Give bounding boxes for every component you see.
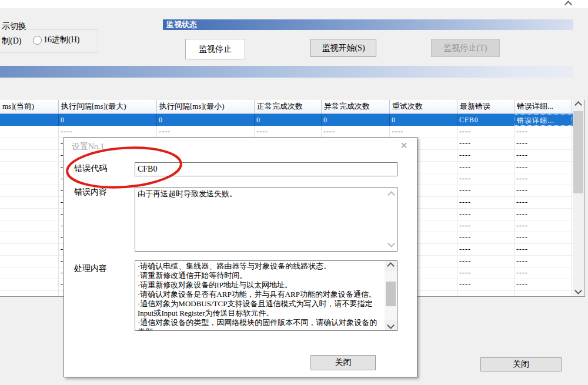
table-cell: ---- [514,256,572,267]
table-vertical-scrollbar[interactable] [573,100,584,296]
collapse-chevron-icon[interactable] [564,1,572,8]
table-cell: ---- [514,291,572,297]
table-cell: ---- [457,279,514,290]
table-cell: ---- [514,244,572,255]
radio-circle-icon[interactable] [33,36,42,45]
table-cell: ---- [0,162,59,173]
chevron-down-icon [574,287,582,294]
monitor-status-header: 监视状态 [163,19,573,30]
table-cell: ---- [157,126,255,138]
section-divider-band [0,66,573,78]
table-cell: ---- [59,126,157,138]
table-cell: ---- [0,138,59,149]
column-header[interactable]: 重试次数 [390,100,457,113]
chevron-down-icon[interactable] [387,240,395,247]
display-switch-label: 示切换 [0,21,28,32]
dialog-close-button[interactable]: 关闭 [310,355,376,370]
table-cell: ---- [457,185,514,196]
radio-hex[interactable]: 16进制(H) [33,35,79,45]
radio-hex-label: 16进制(H) [44,35,79,45]
column-header[interactable]: 异常完成次数 [322,100,390,113]
dialog-title: 设置No.1 [72,142,105,152]
action-item-text: ·请重新修改对象设备的IP地址与以太网地址。 [138,280,383,290]
table-cell: ---- [457,126,514,138]
table-cell: ---- [0,126,59,138]
table-cell: ---- [457,267,514,279]
error-code-label: 错误代码 [74,163,107,174]
table-cell: 0 [59,114,157,126]
column-header[interactable]: 错误详细... [514,100,572,113]
table-cell: CFB0 [457,114,514,126]
monitor-stop-button[interactable]: 监视停止(T) [431,39,500,57]
column-header[interactable]: 执行间隔[ms](最大) [59,100,157,113]
table-cell: ---- [457,138,514,149]
action-textarea-scrollbar[interactable] [385,261,397,330]
scroll-down-button[interactable] [385,320,397,330]
table-cell: ---- [514,126,572,138]
setting-dialog: 设置No.1 × 错误代码 CFB0 错误内容 由于再送超时导致发送失败。 处理… [64,137,417,377]
table-cell: ---- [457,232,514,243]
table-cell: ---- [0,150,59,161]
table-cell: ---- [514,173,572,185]
action-item-text: ·请重新修改通信开始等待时间。 [138,271,383,280]
table-cell: ---- [0,267,59,279]
table-cell: ---- [514,220,572,232]
error-content-textarea[interactable]: 由于再送超时导致发送失败。 [135,187,397,252]
table-cell: ---- [390,126,457,138]
table-cell: ---- [0,173,59,185]
scrollbar-thumb[interactable] [573,111,583,193]
monitor-start-button[interactable]: 监视开始(S) [310,39,376,57]
table-cell: 0 [0,114,59,126]
column-header[interactable]: 执行间隔[ms](最小) [157,100,255,113]
table-cell: ---- [457,162,514,173]
radio-decimal-label: 制(D) [2,36,21,45]
chevron-up-icon[interactable] [387,191,395,199]
table-cell: ---- [457,173,514,185]
column-header[interactable]: ms](当前) [0,100,59,113]
table-cell: ---- [514,209,572,220]
scroll-up-button[interactable] [573,100,584,110]
table-cell: ---- [0,256,59,267]
top-strip [0,0,588,8]
table-header-row: ms](当前)执行间隔[ms](最大)执行间隔[ms](最小)正常完成次数异常完… [0,100,573,114]
radio-decimal[interactable]: 制(D) [2,36,21,46]
dialog-close-icon[interactable]: × [397,139,411,152]
chevron-up-icon [387,262,395,270]
table-cell: ---- [457,197,514,208]
table-cell: ---- [0,209,59,220]
table-cell: ---- [457,244,514,255]
error-code-field[interactable]: CFB0 [135,162,397,176]
scrollbar-thumb[interactable] [386,282,396,306]
table-cell: ---- [514,185,572,196]
action-content-textarea[interactable]: ·请确认电缆、集线器、路由器等与对象设备的线路状态。·请重新修改通信开始等待时间… [135,260,397,331]
scroll-down-button[interactable] [573,286,584,296]
table-cell: ---- [0,185,59,196]
column-header[interactable]: 最新错误 [457,100,514,113]
error-content-label: 错误内容 [74,187,107,197]
table-row-selected[interactable]: 000000CFB0错误详细... [0,114,573,126]
table-cell: ---- [457,256,514,267]
table-cell: ---- [255,126,322,138]
table-cell: ---- [514,279,572,290]
table-cell: ---- [514,267,572,279]
table-cell: ---- [514,232,572,243]
table-cell: ---- [514,162,572,173]
table-cell: ---- [514,197,572,208]
column-header[interactable]: 正常完成次数 [255,100,322,113]
table-cell: ---- [0,291,59,297]
table-cell: 0 [255,114,322,126]
table-cell: ---- [0,244,59,255]
table-row[interactable]: -------------------------------- [0,126,573,138]
error-content-text: 由于再送超时导致发送失败。 [138,189,237,198]
scroll-up-button[interactable] [385,261,397,271]
table-cell: ---- [0,220,59,232]
action-item-text: ·请确认对象设备是否有ARP功能，并与具有ARP功能的对象设备通信。 [138,290,383,299]
table-cell: ---- [0,232,59,243]
action-item-text: ·通信对象设备的类型，因网络模块的固件版本不同，请确认对象设备的类型。 [138,318,383,331]
table-cell: ---- [457,150,514,161]
window-close-button[interactable]: 关闭 [480,357,562,371]
action-content-label: 处理内容 [74,263,107,274]
table-cell: ---- [0,197,59,208]
app-window: 示切换 制(D) 16进制(H) 监视状态 监视停止 监视开始(S) 监视停止(… [0,0,588,385]
action-item-text: ·通信对象为MODBUS/TCP支持设备且通信模式为写入时，请不要指定Input… [138,299,383,318]
